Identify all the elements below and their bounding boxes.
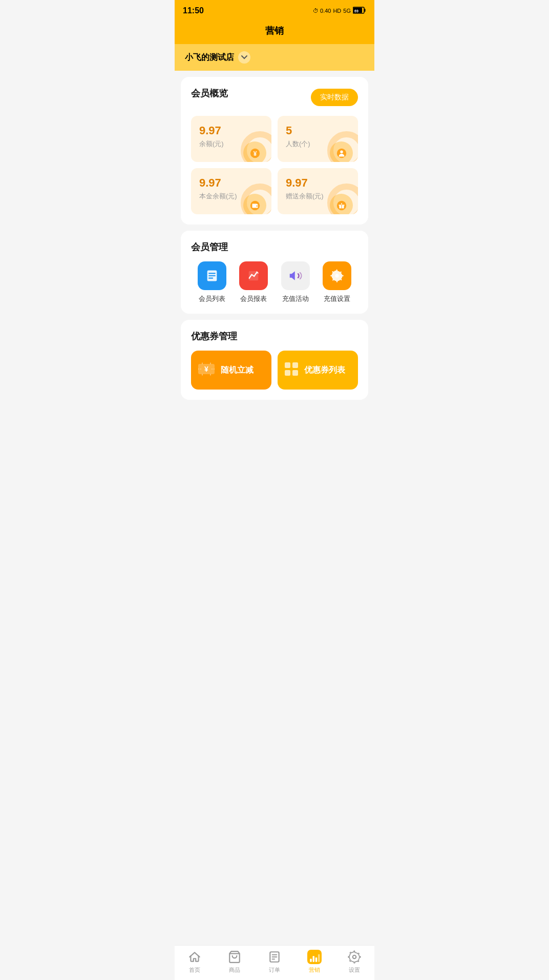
management-icons: 会员列表 会员报表 — [191, 261, 358, 303]
svg-point-11 — [256, 205, 257, 206]
recharge-setting-icon — [323, 261, 351, 290]
wallet-icon — [243, 194, 266, 214]
stat-gift[interactable]: 9.97 赠送余额(元) — [278, 168, 358, 214]
ticket-icon: ¥ — [197, 360, 216, 380]
recharge-activity-label: 充值活动 — [282, 294, 309, 303]
recharge-setting-label: 充值设置 — [324, 294, 350, 303]
person-icon — [330, 141, 353, 162]
svg-rect-27 — [292, 370, 298, 376]
main-content: 会员概览 实时数据 9.97 余额(元) ¥ 5 人数(个) — [175, 71, 374, 441]
coupon-buttons: ¥ 随机立减 优惠券列表 — [191, 351, 358, 390]
member-list-item[interactable]: 会员列表 — [198, 261, 226, 303]
stat-count[interactable]: 5 人数(个) — [278, 116, 358, 162]
signal-icon: 5G — [343, 8, 351, 14]
status-icons: ⏱ 0.40 HD 5G 69 — [313, 7, 366, 15]
balance-icon: ¥ — [243, 141, 266, 162]
store-selector[interactable]: 小飞的测试店 — [175, 44, 374, 71]
coupon-list-label: 优惠券列表 — [304, 365, 345, 376]
recharge-setting-item[interactable]: 充值设置 — [323, 261, 351, 303]
member-management-card: 会员管理 会员列表 — [181, 231, 368, 314]
member-list-icon — [198, 261, 226, 290]
stat-principal[interactable]: 9.97 本金余额(元) — [191, 168, 271, 214]
member-overview-card: 会员概览 实时数据 9.97 余额(元) ¥ 5 人数(个) — [181, 77, 368, 224]
stats-grid: 9.97 余额(元) ¥ 5 人数(个) — [191, 116, 358, 214]
status-time: 11:50 — [183, 6, 204, 15]
stat-balance[interactable]: 9.97 余额(元) ¥ — [191, 116, 271, 162]
svg-rect-25 — [292, 362, 298, 368]
battery-level: 69 — [353, 7, 366, 15]
status-bar: 11:50 ⏱ 0.40 HD 5G 69 — [175, 0, 374, 21]
svg-text:¥: ¥ — [204, 365, 208, 373]
svg-rect-10 — [252, 203, 257, 205]
random-discount-label: 随机立减 — [221, 365, 254, 376]
svg-text:¥: ¥ — [253, 150, 257, 157]
member-mgmt-title: 会员管理 — [191, 241, 358, 253]
grid-icon — [284, 361, 299, 379]
member-report-item[interactable]: 会员报表 — [239, 261, 268, 303]
member-report-label: 会员报表 — [240, 294, 267, 303]
member-overview-title: 会员概览 — [191, 87, 228, 99]
coupon-list-button[interactable]: 优惠券列表 — [278, 351, 358, 390]
store-name: 小飞的测试店 — [185, 52, 234, 63]
recharge-activity-icon — [281, 261, 310, 290]
random-discount-button[interactable]: ¥ 随机立减 — [191, 351, 271, 390]
page-title: 营销 — [265, 26, 284, 36]
svg-text:69: 69 — [354, 9, 358, 13]
svg-rect-24 — [285, 362, 290, 368]
member-list-label: 会员列表 — [199, 294, 225, 303]
header: 营销 — [175, 21, 374, 44]
member-report-icon — [239, 261, 268, 290]
gift-icon — [330, 194, 353, 214]
svg-point-7 — [340, 150, 343, 153]
battery-icon: ⏱ 0.40 — [313, 8, 331, 14]
card-header: 会员概览 实时数据 — [191, 87, 358, 108]
svg-rect-26 — [285, 370, 290, 376]
store-dropdown-icon[interactable] — [238, 51, 250, 64]
coupon-mgmt-title: 优惠券管理 — [191, 330, 358, 342]
hd-icon: HD — [333, 8, 341, 14]
coupon-management-card: 优惠券管理 ¥ 随机立减 — [181, 320, 368, 400]
recharge-activity-item[interactable]: 充值活动 — [281, 261, 310, 303]
svg-rect-1 — [365, 9, 366, 12]
realtime-data-button[interactable]: 实时数据 — [311, 89, 358, 106]
